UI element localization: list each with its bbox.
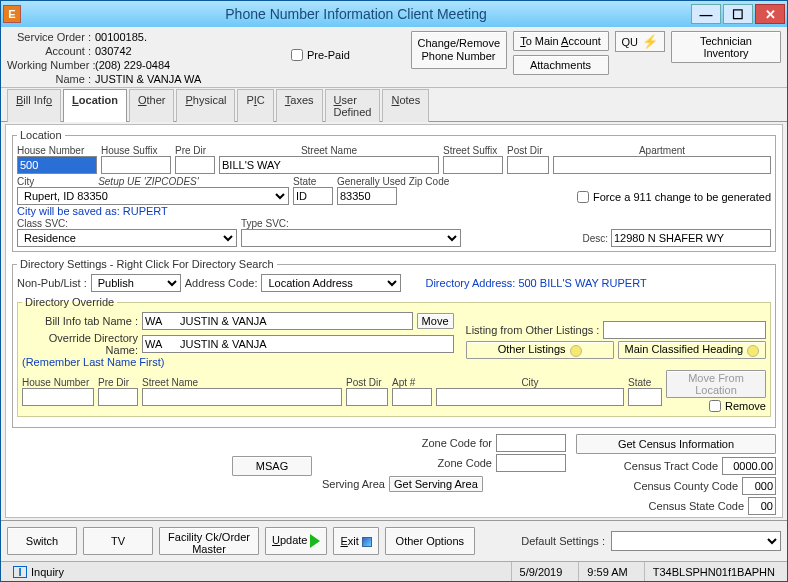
census-tract-label: Census Tract Code (624, 460, 718, 472)
ov-house-input[interactable] (22, 388, 94, 406)
close-button[interactable]: ✕ (755, 4, 785, 24)
dot-icon (570, 345, 582, 357)
to-main-account-text: o Main Account (526, 35, 601, 47)
zone-for-input[interactable] (496, 434, 566, 452)
tab-pic[interactable]: PIC (237, 89, 273, 122)
change-remove-phone-button[interactable]: Change/Remove Phone Number (411, 31, 507, 69)
service-order-label: Service Order : (7, 31, 95, 43)
switch-button[interactable]: Switch (7, 527, 77, 555)
zip-input[interactable] (337, 187, 397, 205)
post-dir-label: Post Dir (507, 145, 549, 156)
msag-button[interactable]: MSAG (232, 456, 312, 476)
pre-dir-label: Pre Dir (175, 145, 215, 156)
street-suffix-label: Street Suffix (443, 145, 503, 156)
default-settings-select[interactable] (611, 531, 781, 551)
nonpub-select[interactable]: Publish (91, 274, 181, 292)
billinfo-name-label: Bill Info tab Name : (22, 315, 138, 327)
move-button[interactable]: Move (417, 313, 454, 329)
status-code: T34BLSPHN01f1BAPHN (644, 562, 783, 581)
status-mode: Inquiry (31, 566, 64, 578)
address-code-select[interactable]: Location Address (261, 274, 401, 292)
tab-other[interactable]: Other (129, 89, 175, 122)
ov-postdir-input[interactable] (346, 388, 388, 406)
house-number-input[interactable] (17, 156, 97, 174)
force-911-checkbox[interactable]: Force a 911 change to be generated (577, 191, 771, 203)
ov-state-input[interactable] (628, 388, 662, 406)
house-suffix-input[interactable] (101, 156, 171, 174)
ov-city-label: City (436, 377, 624, 388)
tab-notes[interactable]: Notes (382, 89, 429, 122)
technician-inventory-button[interactable]: Technician Inventory (671, 31, 781, 63)
house-number-label: House Number (17, 145, 97, 156)
next-label: Next (748, 517, 771, 518)
desc-input[interactable] (611, 229, 771, 247)
street-suffix-input[interactable] (443, 156, 503, 174)
tab-taxes[interactable]: Taxes (276, 89, 323, 122)
type-svc-label: Type SVC: (241, 218, 461, 229)
ov-street-input[interactable] (142, 388, 342, 406)
census-state-input[interactable] (748, 497, 776, 515)
move-from-location-button[interactable]: Move From Location (666, 370, 766, 398)
play-icon (310, 534, 320, 548)
to-main-account-button[interactable]: To Main Account (513, 31, 609, 51)
prev-label: Prev (706, 517, 729, 518)
tv-button[interactable]: TV (83, 527, 153, 555)
facility-button[interactable]: Facility Ck/Order Master (159, 527, 259, 555)
serving-area-label: Serving Area (322, 478, 385, 490)
class-svc-label: Class SVC: (17, 218, 237, 229)
name-label: Name : (7, 73, 95, 85)
app-icon: E (3, 5, 21, 23)
address-code-label: Address Code: (185, 277, 258, 289)
ov-apt-input[interactable] (392, 388, 432, 406)
minimize-button[interactable]: — (691, 4, 721, 24)
prepaid-checkbox[interactable]: Pre-Paid (291, 49, 350, 61)
tab-location[interactable]: Location (63, 89, 127, 122)
class-svc-select[interactable]: Residence (17, 229, 237, 247)
census-tract-input[interactable] (722, 457, 776, 475)
qu-button[interactable]: QU⚡ (615, 31, 666, 52)
other-listings-button[interactable]: Other Listings (466, 341, 614, 358)
attachments-button[interactable]: Attachments (513, 55, 609, 75)
type-svc-select[interactable] (241, 229, 461, 247)
street-name-label: Street Name (219, 145, 439, 156)
listing-from-label: Listing from Other Listings : (466, 324, 600, 336)
account-label: Account : (7, 45, 95, 57)
main-classified-button[interactable]: Main Classified Heading (618, 341, 766, 358)
zone-code-input[interactable] (496, 454, 566, 472)
post-dir-input[interactable] (507, 156, 549, 174)
nonpub-label: Non-Pub/List : (17, 277, 87, 289)
listing-from-input[interactable] (603, 321, 766, 339)
ov-city-input[interactable] (436, 388, 624, 406)
other-options-button[interactable]: Other Options (385, 527, 475, 555)
ov-postdir-label: Post Dir (346, 377, 388, 388)
directory-address-text: Directory Address: 500 BILL'S WAY RUPERT (425, 277, 646, 289)
ov-predir-label: Pre Dir (98, 377, 138, 388)
apartment-input[interactable] (553, 156, 771, 174)
remove-checkbox[interactable]: Remove (666, 400, 766, 412)
zone-for-label: Zone Code for (422, 437, 492, 449)
city-select[interactable]: Rupert, ID 83350 (17, 187, 289, 205)
ov-predir-input[interactable] (98, 388, 138, 406)
street-name-input[interactable] (219, 156, 439, 174)
tab-user-defined[interactable]: UserDefined (325, 89, 381, 122)
census-county-input[interactable] (742, 477, 776, 495)
billinfo-name-input[interactable] (142, 312, 413, 330)
tab-physical[interactable]: Physical (176, 89, 235, 122)
tab-bill-info[interactable]: Bill Info (7, 89, 61, 122)
ov-apt-label: Apt # (392, 377, 432, 388)
pre-dir-input[interactable] (175, 156, 215, 174)
name-value: JUSTIN & VANJA WA (95, 73, 255, 85)
setup-ue-note: Setup UE 'ZIPCODES' (98, 176, 199, 187)
zone-code-label: Zone Code (438, 457, 492, 469)
qu-label: QU (622, 36, 639, 48)
directory-override-legend: Directory Override (22, 296, 117, 308)
get-census-button[interactable]: Get Census Information (576, 434, 776, 454)
service-order-value: 00100185. (95, 31, 255, 43)
exit-button[interactable]: Exit (333, 527, 378, 555)
get-serving-area-button[interactable]: Get Serving Area (389, 476, 483, 492)
update-button[interactable]: Update (265, 527, 327, 555)
location-group: Location House Number House Suffix Pre D… (12, 129, 776, 252)
state-input[interactable] (293, 187, 333, 205)
override-name-input[interactable] (142, 335, 454, 353)
maximize-button[interactable]: ☐ (723, 4, 753, 24)
